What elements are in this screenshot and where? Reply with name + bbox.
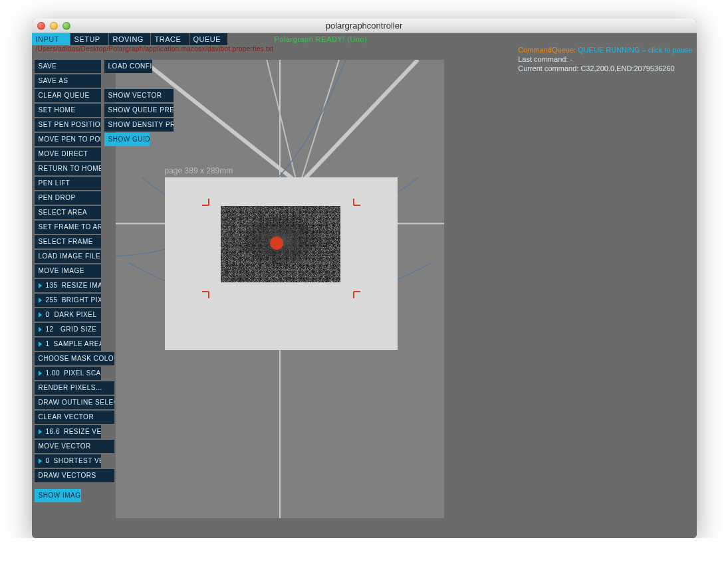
- triangle-icon: [39, 458, 42, 464]
- draw-outline-selected-button[interactable]: DRAW OUTLINE SELECTED: [35, 396, 114, 409]
- resize-vector-stepper[interactable]: 16.6RESIZE VECTOR: [35, 425, 101, 438]
- return-to-home-button[interactable]: RETURN TO HOME: [35, 162, 101, 175]
- tab-setup[interactable]: SETUP: [70, 33, 108, 45]
- queue-state-line[interactable]: CommandQueue: QUEUE RUNNING – click to p…: [518, 45, 692, 54]
- load-image-file-button[interactable]: LOAD IMAGE FILE: [35, 250, 101, 263]
- svg-point-9: [270, 237, 283, 250]
- clear-vector-button[interactable]: CLEAR VECTOR: [35, 411, 114, 424]
- load-config-button[interactable]: LOAD CONFIG: [104, 60, 152, 73]
- config-path: /Users/adidas/Desktop/Polargraph/applica…: [36, 45, 274, 52]
- current-command-label: Current command:: [518, 64, 578, 72]
- page-size-label: page 389 x 289mm: [165, 166, 233, 175]
- choose-mask-colour-button[interactable]: CHOOSE MASK COLOUR: [35, 352, 114, 365]
- tab-trace[interactable]: TRACE: [151, 33, 189, 45]
- status-ready: Polargraph READY! (Uno): [275, 33, 368, 45]
- triangle-icon: [39, 283, 42, 288]
- show-queue-preview-toggle[interactable]: SHOW QUEUE PREVIEW: [104, 104, 174, 117]
- shortest-vector-stepper[interactable]: 0SHORTEST VECTOR: [35, 454, 101, 468]
- pen-lift-button[interactable]: PEN LIFT: [35, 177, 101, 190]
- resize-image-stepper[interactable]: 135RESIZE IMAGE: [35, 279, 101, 292]
- set-pen-position-button[interactable]: SET PEN POSITION: [35, 118, 101, 132]
- app-window: polargraphcontroller INPUT SETUP ROVING …: [32, 19, 697, 538]
- side-panel: SAVE SAVE AS CLEAR QUEUE SET HOME SET PE…: [35, 60, 174, 504]
- triangle-icon: [39, 298, 42, 303]
- button-col-2: LOAD CONFIG SHOW VECTOR SHOW QUEUE PREVI…: [104, 60, 174, 147]
- pixel-scaling-stepper[interactable]: 1.00PIXEL SCALING: [35, 367, 101, 380]
- titlebar: polargraphcontroller: [32, 19, 697, 33]
- move-vector-button[interactable]: MOVE VECTOR: [35, 440, 114, 453]
- crop-corner-br[interactable]: [348, 289, 360, 301]
- sample-area-stepper[interactable]: 1SAMPLE AREA: [35, 337, 101, 351]
- dark-pixel-stepper[interactable]: 0DARK PIXEL: [35, 308, 101, 322]
- move-pen-to-point-button[interactable]: MOVE PEN TO POINT: [35, 133, 101, 146]
- show-guides-toggle[interactable]: SHOW GUIDES: [104, 133, 150, 146]
- last-command-line: Last command: -: [518, 54, 692, 64]
- bright-pixel-stepper[interactable]: 255BRIGHT PIXEL: [35, 294, 101, 307]
- show-density-preview-toggle[interactable]: SHOW DENSITY PREVIEW: [104, 118, 174, 132]
- move-image-button[interactable]: MOVE IMAGE: [35, 264, 101, 278]
- show-image-toggle[interactable]: SHOW IMAGE: [35, 489, 81, 502]
- button-col-1: SAVE SAVE AS CLEAR QUEUE SET HOME SET PE…: [35, 60, 101, 504]
- show-vector-toggle[interactable]: SHOW VECTOR: [104, 89, 174, 102]
- tab-queue[interactable]: QUEUE: [189, 33, 227, 45]
- move-direct-button[interactable]: MOVE DIRECT: [35, 147, 101, 161]
- triangle-icon: [39, 371, 42, 376]
- triangle-icon: [39, 429, 42, 434]
- set-frame-to-area-button[interactable]: SET FRAME TO AREA: [35, 221, 101, 234]
- triangle-icon: [39, 327, 42, 332]
- loaded-image[interactable]: [221, 206, 340, 282]
- queue-info: CommandQueue: QUEUE RUNNING – click to p…: [518, 45, 692, 73]
- current-command-value: C32,200.0,END:2079536260: [580, 64, 674, 72]
- queue-state: QUEUE RUNNING – click to pause: [578, 46, 692, 54]
- select-frame-button[interactable]: SELECT FRAME: [35, 235, 101, 248]
- triangle-icon: [39, 341, 42, 347]
- tab-roving[interactable]: ROVING: [109, 33, 150, 45]
- queue-label: CommandQueue:: [518, 46, 576, 54]
- crop-corner-bl[interactable]: [202, 289, 214, 301]
- save-button[interactable]: SAVE: [35, 60, 101, 73]
- grid-size-stepper[interactable]: 12GRID SIZE: [35, 323, 101, 336]
- last-command-value: -: [570, 55, 572, 63]
- render-pixels-button[interactable]: RENDER PIXELS...: [35, 381, 114, 395]
- draw-vectors-button[interactable]: DRAW VECTORS: [35, 469, 114, 482]
- tab-bar: INPUT SETUP ROVING TRACE QUEUE Polargrap…: [32, 33, 697, 45]
- clear-queue-button[interactable]: CLEAR QUEUE: [35, 89, 101, 102]
- set-home-button[interactable]: SET HOME: [35, 104, 101, 117]
- pen-drop-button[interactable]: PEN DROP: [35, 191, 101, 205]
- triangle-icon: [39, 312, 42, 318]
- window-title: polargraphcontroller: [32, 21, 697, 31]
- tab-input[interactable]: INPUT: [32, 33, 70, 45]
- current-command-line: Current command: C32,200.0,END:207953626…: [518, 64, 692, 73]
- crop-corner-tr[interactable]: [348, 197, 360, 209]
- last-command-label: Last command:: [518, 55, 568, 63]
- select-area-button[interactable]: SELECT AREA: [35, 206, 101, 219]
- save-as-button[interactable]: SAVE AS: [35, 74, 101, 88]
- app-body: INPUT SETUP ROVING TRACE QUEUE Polargrap…: [32, 33, 697, 538]
- crop-corner-tl[interactable]: [202, 197, 214, 209]
